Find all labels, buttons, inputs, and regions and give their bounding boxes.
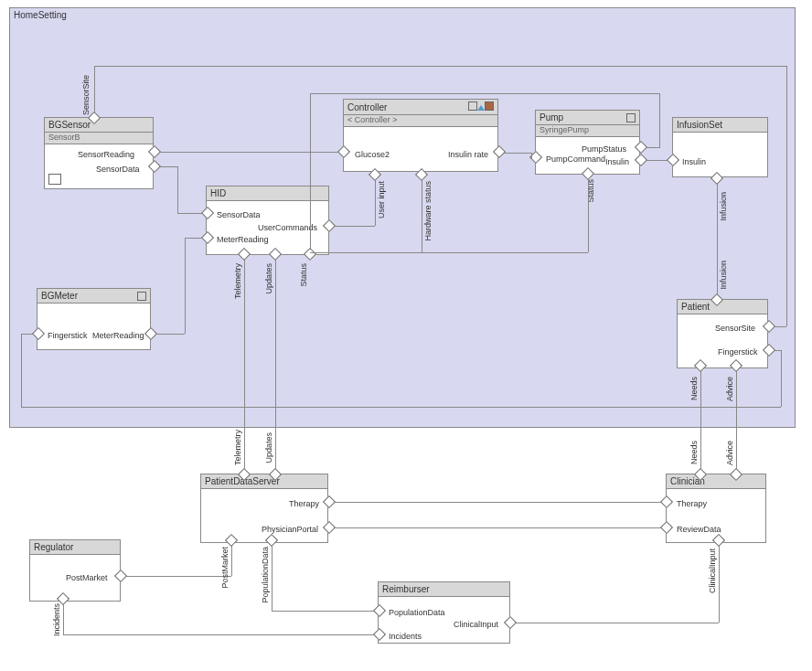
label-conn-postmarket: PostMarket (220, 547, 230, 589)
infusionset-title: InfusionSet (677, 120, 722, 130)
label-conn-telemetry1: Telemetry (233, 263, 242, 299)
label-conn-telemetry2: Telemetry (233, 430, 242, 465)
label-conn-infusion2: Infusion (719, 261, 728, 290)
label-conn-needs2: Needs (689, 441, 699, 464)
conn (185, 238, 186, 334)
reimburser-header: Reimburser (379, 582, 509, 597)
pds-header: PatientDataServer (201, 474, 327, 489)
conn-sensorreading-glucose2 (159, 152, 339, 153)
conn (334, 502, 662, 503)
label-pump-pumpcommand: PumpCommand (546, 154, 605, 164)
label-patient-sensorsite: SensorSite (715, 324, 755, 333)
bgmeter-header: BGMeter (37, 289, 150, 304)
label-pump-pumpstatus: PumpStatus (582, 144, 626, 154)
conn (21, 334, 34, 335)
label-conn-hwstatus: Hardware status (423, 181, 433, 241)
conn (531, 153, 532, 158)
badge-icon (626, 113, 636, 122)
label-conn-updates2: Updates (264, 432, 273, 463)
badge-icon (137, 292, 146, 301)
label-clinician-reviewdata: ReviewData (677, 525, 721, 534)
label-controller-insulinrate: Insulin rate (448, 150, 488, 159)
conn (275, 259, 276, 470)
conn (422, 252, 588, 253)
label-bgsensor-sensorreading: SensorReading (78, 150, 134, 159)
conn (272, 545, 272, 611)
conn (244, 259, 245, 470)
conn (719, 545, 720, 623)
patient-block[interactable]: Patient (677, 299, 768, 368)
label-pds-physicianportal: PhysicianPortal (262, 525, 318, 534)
conn (515, 623, 719, 623)
conn (310, 93, 311, 250)
conn (21, 407, 781, 408)
conn (231, 545, 232, 576)
conn (774, 326, 786, 327)
conn (375, 179, 376, 226)
infusionset-block[interactable]: InfusionSet (672, 117, 768, 177)
regulator-block[interactable]: Regulator (29, 539, 121, 602)
conn (659, 93, 660, 148)
conn (774, 350, 781, 351)
label-reimburser-incidents: Incidents (389, 632, 422, 641)
conn-pump-infusion-insulin (646, 160, 668, 161)
conn (646, 147, 659, 148)
regulator-title: Regulator (34, 542, 73, 552)
label-hid-sensordata: SensorData (217, 210, 261, 219)
conn (334, 226, 375, 227)
conn (177, 213, 203, 214)
controller-header: Controller (344, 100, 497, 115)
conn (159, 166, 177, 167)
conn (94, 66, 786, 67)
conn (177, 166, 178, 213)
label-conn-incidents: Incidents (52, 603, 61, 636)
controller-subtitle: < Controller > (344, 115, 497, 127)
conn-infusion-patient (717, 183, 718, 295)
conn (155, 334, 185, 335)
label-conn-clinicalinput: ClinicalInput (708, 549, 717, 593)
conn (781, 350, 782, 407)
label-infusionset-insulin: Insulin (682, 157, 706, 166)
badge-icon (468, 101, 477, 111)
label-reimburser-clinicalinput: ClinicalInput (454, 620, 498, 629)
label-conn-userinput: User input (377, 181, 386, 218)
conn (63, 603, 64, 634)
label-pds-therapy: Therapy (289, 499, 319, 508)
bgmeter-title: BGMeter (41, 291, 78, 301)
infusionset-header: InfusionSet (673, 118, 767, 133)
label-clinician-therapy: Therapy (677, 499, 707, 508)
label-conn-needs1: Needs (689, 377, 699, 400)
label-conn-advice2: Advice (725, 441, 734, 465)
conn (21, 334, 22, 407)
clinician-header: Clinician (667, 474, 765, 489)
label-bgmeter-meterreading: MeterReading (92, 331, 144, 340)
lock-icon (485, 101, 494, 111)
conn (94, 66, 95, 113)
pump-title: Pump (540, 112, 563, 122)
label-patient-fingerstick: Fingerstick (718, 347, 758, 357)
hid-title: HID (210, 188, 226, 198)
patient-title: Patient (681, 302, 710, 312)
controller-title: Controller (347, 102, 387, 112)
pump-subtitle: SyringePump (536, 125, 639, 137)
bgmeter-block[interactable]: BGMeter (37, 288, 151, 350)
controller-block[interactable]: Controller < Controller > (343, 99, 498, 172)
label-controller-glucose2: Glucose2 (355, 150, 390, 159)
patient-header: Patient (678, 300, 767, 314)
label-pump-insulin: Insulin (605, 157, 629, 166)
regulator-header: Regulator (30, 540, 120, 555)
pump-header: Pump (536, 111, 639, 125)
conn (422, 179, 422, 252)
label-conn-status: Status (299, 263, 308, 287)
label-conn-populationdata: PopulationData (261, 547, 270, 603)
label-regulator-postmarket: PostMarket (66, 573, 108, 582)
label-hid-meterreading: MeterReading (217, 235, 269, 244)
conn (736, 370, 737, 470)
conn (700, 370, 701, 470)
conn (125, 576, 231, 577)
bgsensor-title: BGSensor (48, 120, 91, 130)
label-bgsensor-sensordata: SensorData (96, 165, 140, 174)
label-hid-usercommands: UserCommands (258, 223, 317, 232)
label-conn-infusion1: Infusion (719, 192, 728, 221)
conn (588, 178, 589, 252)
